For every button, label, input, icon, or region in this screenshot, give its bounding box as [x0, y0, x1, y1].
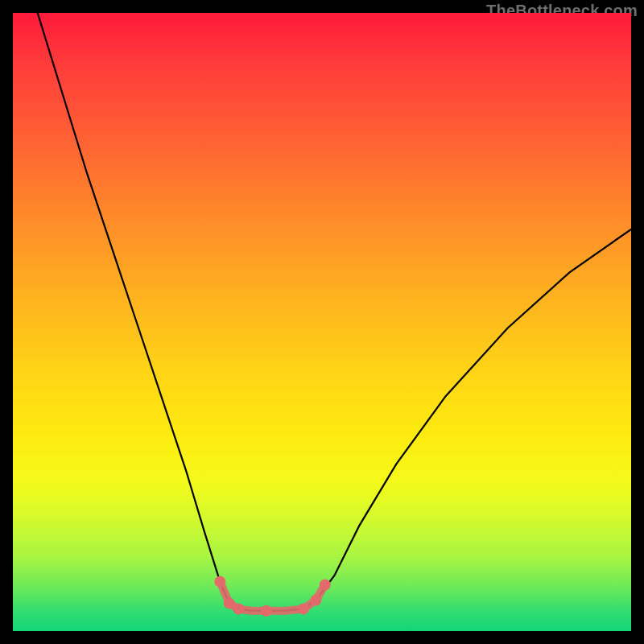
svg-point-3	[261, 605, 272, 617]
svg-point-4	[298, 603, 309, 614]
svg-point-0	[214, 576, 225, 588]
svg-point-2	[233, 603, 244, 614]
plot-area	[13, 13, 631, 631]
svg-point-5	[310, 595, 321, 606]
curve-svg	[13, 13, 631, 631]
optimal-zone-marker	[214, 576, 331, 617]
chart-frame: TheBottleneck.com	[0, 0, 644, 644]
svg-point-6	[320, 579, 331, 590]
bottleneck-curve	[38, 13, 631, 611]
